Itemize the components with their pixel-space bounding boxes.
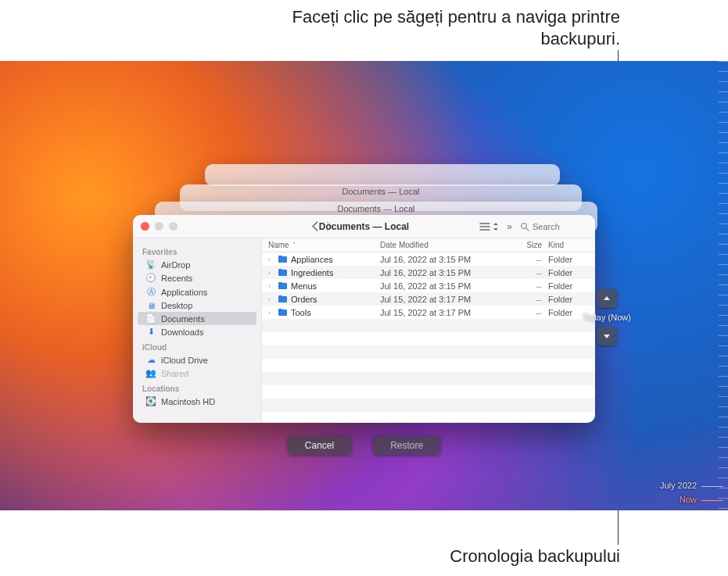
sidebar-group-title: iCloud [133, 338, 261, 353]
disclosure-icon[interactable]: › [268, 256, 274, 263]
file-date: Jul 16, 2022 at 3:15 PM [380, 268, 501, 277]
file-date: Jul 15, 2022 at 3:17 PM [380, 295, 501, 304]
table-row[interactable]: ›OrdersJul 15, 2022 at 3:17 PM--Folder [262, 292, 595, 306]
timemachine-prev-button[interactable] [597, 289, 617, 308]
empty-row [262, 345, 595, 359]
sidebar-item-label: Applications [161, 288, 207, 297]
file-size: -- [501, 268, 548, 277]
sidebar-item-applications[interactable]: ⒶApplications [133, 284, 261, 299]
cancel-button[interactable]: Cancel [288, 436, 351, 455]
table-row[interactable]: ›AppliancesJul 16, 2022 at 3:15 PM--Fold… [262, 252, 595, 266]
disclosure-icon[interactable]: › [268, 282, 274, 290]
file-size: -- [501, 308, 548, 317]
timemachine-current-label: Today (Now) [583, 313, 631, 322]
file-date: Jul 16, 2022 at 3:15 PM [380, 281, 501, 291]
disclosure-icon[interactable]: › [268, 309, 274, 317]
file-name: Orders [291, 295, 317, 304]
empty-row [262, 359, 595, 372]
sidebar-group-title: Favorites [133, 243, 261, 258]
empty-row [262, 385, 595, 399]
ghost-title-2: Documents — Local [180, 187, 582, 196]
timemachine-nav: Today (Now) [581, 289, 633, 345]
col-kind[interactable]: Kind [548, 241, 595, 249]
window-traffic-lights[interactable] [141, 222, 178, 231]
sort-asc-icon[interactable]: ˄ [292, 241, 296, 249]
documents-icon: 📄 [145, 313, 156, 324]
sidebar-item-airdrop[interactable]: 📡AirDrop [133, 258, 261, 271]
file-size: -- [501, 255, 548, 264]
col-date[interactable]: Date Modified [380, 241, 501, 249]
file-date: Jul 16, 2022 at 3:15 PM [380, 255, 501, 264]
timemachine-next-button[interactable] [597, 327, 617, 345]
applications-icon: Ⓐ [145, 286, 156, 298]
sidebar-item-macintoshhd[interactable]: 💽Macintosh HD [133, 395, 261, 408]
ghost-title-1: Documents — Local [155, 204, 597, 213]
sidebar-item-label: iCloud Drive [161, 356, 208, 365]
sidebar-item-label: Downloads [161, 327, 203, 337]
sidebar-item-shared[interactable]: 👥Shared [133, 367, 261, 380]
restore-button[interactable]: Restore [373, 436, 440, 455]
timeline-month: July 2022 [660, 481, 723, 490]
folder-icon [278, 308, 288, 317]
empty-row [262, 399, 595, 412]
table-row[interactable]: ›ToolsJul 15, 2022 at 3:17 PM--Folder [262, 306, 595, 319]
sidebar-item-label: AirDrop [161, 260, 190, 270]
timeline-now: Now [660, 495, 723, 504]
sidebar-item-label: Shared [161, 369, 188, 378]
callout-timeline-text: Cronologia backupului [213, 546, 620, 567]
finder-sidebar: Favorites📡AirDrop🕘RecentsⒶApplications🖥D… [133, 238, 262, 423]
folder-icon [278, 281, 288, 290]
search-icon[interactable] [520, 222, 529, 231]
file-name: Appliances [291, 255, 333, 264]
zoom-icon[interactable] [169, 222, 178, 231]
file-kind: Folder [548, 255, 595, 264]
folder-icon [278, 295, 288, 303]
file-kind: Folder [548, 268, 595, 277]
table-row[interactable]: ›IngredientsJul 16, 2022 at 3:15 PM--Fol… [262, 266, 595, 279]
nav-back-button[interactable] [310, 221, 321, 231]
folder-icon [278, 255, 288, 263]
minimize-icon[interactable] [155, 222, 163, 231]
airdrop-icon: 📡 [145, 259, 156, 270]
close-icon[interactable] [141, 222, 149, 231]
timeline-mini: July 2022 Now [660, 481, 723, 504]
column-headers[interactable]: Name ˄ Date Modified Size Kind [262, 238, 595, 252]
action-bar: Cancel Restore [0, 436, 728, 455]
folder-icon [278, 268, 288, 277]
empty-row [262, 372, 595, 385]
file-list: ›AppliancesJul 16, 2022 at 3:15 PM--Fold… [262, 252, 595, 423]
shared-icon: 👥 [145, 368, 156, 378]
finder-content: Name ˄ Date Modified Size Kind ›Applianc… [262, 238, 595, 423]
sidebar-item-label: Macintosh HD [161, 397, 215, 406]
nav-forward-button[interactable] [324, 221, 334, 231]
file-name: Ingredients [291, 268, 333, 277]
iclouddrive-icon: ☁ [145, 355, 156, 365]
toolbar-overflow-button[interactable]: » [507, 221, 512, 232]
file-name: Menus [291, 281, 317, 291]
search-input[interactable] [533, 222, 587, 231]
table-row[interactable]: ›MenusJul 16, 2022 at 3:15 PM--Folder [262, 279, 595, 292]
col-name[interactable]: Name [268, 241, 289, 249]
macintoshhd-icon: 💽 [145, 396, 156, 406]
sidebar-item-desktop[interactable]: 🖥Desktop [133, 299, 261, 312]
empty-row [262, 412, 595, 423]
disclosure-icon[interactable]: › [268, 295, 274, 303]
callout-arrows-text: Faceți clic pe săgeți pentru a naviga pr… [213, 6, 620, 49]
sidebar-item-iclouddrive[interactable]: ☁iCloud Drive [133, 353, 261, 367]
svg-point-0 [522, 223, 527, 228]
view-mode-button[interactable] [479, 222, 499, 231]
desktop-icon: 🖥 [145, 301, 156, 310]
disclosure-icon[interactable]: › [268, 269, 274, 277]
sidebar-group-title: Locations [133, 380, 261, 395]
downloads-icon: ⬇ [145, 327, 156, 337]
sidebar-item-downloads[interactable]: ⬇Downloads [133, 325, 261, 338]
empty-row [262, 332, 595, 345]
col-size[interactable]: Size [501, 241, 548, 249]
recents-icon: 🕘 [145, 273, 156, 283]
sidebar-item-recents[interactable]: 🕘Recents [133, 271, 261, 284]
finder-window: Documents — Local » Favorites📡AirDrop🕘Re… [133, 215, 595, 423]
sidebar-item-label: Recents [161, 274, 192, 283]
sidebar-item-documents[interactable]: 📄Documents [138, 312, 256, 325]
sidebar-item-label: Desktop [161, 301, 192, 310]
finder-titlebar: Documents — Local » [133, 215, 595, 238]
